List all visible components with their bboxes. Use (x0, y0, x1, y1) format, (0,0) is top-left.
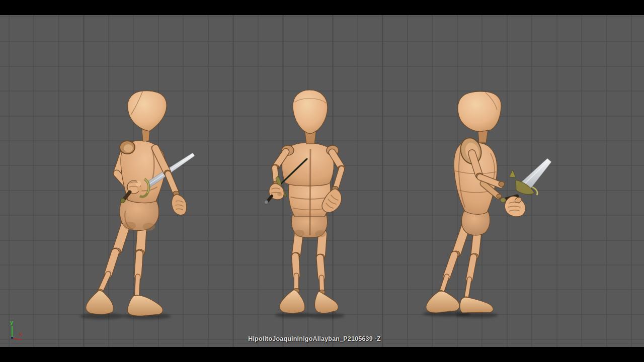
mannequin-right (423, 92, 551, 318)
y-axis-label: y (10, 319, 14, 325)
mannequin-center (264, 90, 345, 319)
mannequin-left (80, 91, 195, 319)
mannequin-figures (0, 15, 644, 347)
letterbox-bottom (0, 347, 644, 362)
letterbox-top (0, 0, 644, 15)
camera-name-text: HipolitoJoaquinInigoAllayban_P2105639 -Z (0, 335, 629, 342)
playblast-frame: y x HipolitoJoaquinInigoAllayban_P210563… (0, 0, 644, 362)
